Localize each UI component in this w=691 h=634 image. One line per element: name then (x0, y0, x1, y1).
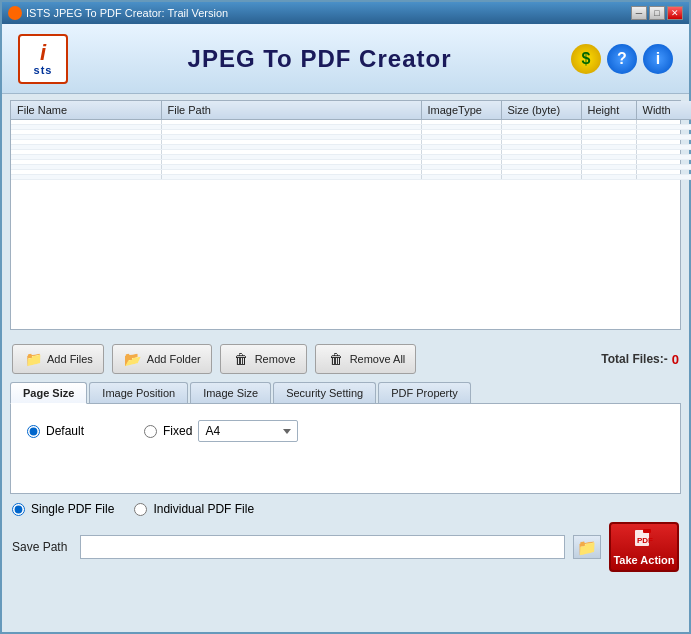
remove-all-icon: 🗑 (326, 349, 346, 369)
app-title: JPEG To PDF Creator (188, 45, 452, 73)
total-files-count: 0 (672, 352, 679, 367)
toolbar: 📁 Add Files 📂 Add Folder 🗑 Remove 🗑 Remo… (2, 336, 689, 382)
minimize-button[interactable]: ─ (631, 6, 647, 20)
fixed-radio-item: Fixed A4 A3 Letter Legal (144, 420, 298, 442)
add-files-icon: 📁 (23, 349, 43, 369)
fixed-radio[interactable] (144, 425, 157, 438)
tab-content-page-size: Default Fixed A4 A3 Letter Legal (10, 404, 681, 494)
file-table: File Name File Path ImageType Size (byte… (11, 101, 691, 180)
remove-all-button[interactable]: 🗑 Remove All (315, 344, 417, 374)
individual-pdf-radio-item: Individual PDF File (134, 502, 254, 516)
logo-i: i (40, 42, 46, 64)
total-files-area: Total Files:- 0 (601, 352, 679, 367)
tab-security-setting[interactable]: Security Setting (273, 382, 376, 403)
remove-icon: 🗑 (231, 349, 251, 369)
logo-area: i sts (18, 34, 68, 84)
tab-pdf-property[interactable]: PDF Property (378, 382, 471, 403)
individual-pdf-label: Individual PDF File (153, 502, 254, 516)
save-path-label: Save Path (12, 540, 72, 554)
single-pdf-label: Single PDF File (31, 502, 114, 516)
app-header: i sts JPEG To PDF Creator $ ? i (2, 24, 689, 94)
col-header-filepath: File Path (161, 101, 421, 120)
remove-all-label: Remove All (350, 353, 406, 365)
remove-button[interactable]: 🗑 Remove (220, 344, 307, 374)
restore-button[interactable]: □ (649, 6, 665, 20)
tabs-container: Page Size Image Position Image Size Secu… (2, 382, 689, 494)
take-action-area: PDF Take Action (609, 522, 679, 572)
take-action-label: Take Action (613, 554, 674, 566)
svg-text:PDF: PDF (637, 536, 653, 545)
help-icon-button[interactable]: ? (607, 44, 637, 74)
window-controls: ─ □ ✕ (631, 6, 683, 20)
save-row: Save Path 📁 PDF Take Action (12, 522, 679, 572)
tab-page-size[interactable]: Page Size (10, 382, 87, 404)
header-icons: $ ? i (571, 44, 673, 74)
save-path-input[interactable] (80, 535, 565, 559)
main-window: ISTS JPEG To PDF Creator: Trail Version … (0, 0, 691, 634)
add-files-label: Add Files (47, 353, 93, 365)
individual-pdf-radio[interactable] (134, 503, 147, 516)
default-radio[interactable] (27, 425, 40, 438)
logo-sts: sts (34, 64, 53, 76)
take-action-icon: PDF (633, 529, 655, 552)
title-bar-left: ISTS JPEG To PDF Creator: Trail Version (8, 6, 228, 20)
page-size-radio-row: Default Fixed A4 A3 Letter Legal (27, 420, 664, 442)
col-header-width: Width (636, 101, 691, 120)
dollar-icon-button[interactable]: $ (571, 44, 601, 74)
tab-image-size[interactable]: Image Size (190, 382, 271, 403)
app-icon (8, 6, 22, 20)
bottom-area: Single PDF File Individual PDF File Save… (2, 494, 689, 580)
fixed-radio-label: Fixed (163, 424, 192, 438)
close-button[interactable]: ✕ (667, 6, 683, 20)
table-row (11, 175, 691, 180)
col-header-filename: File Name (11, 101, 161, 120)
single-pdf-radio[interactable] (12, 503, 25, 516)
logo-box: i sts (18, 34, 68, 84)
file-table-container: File Name File Path ImageType Size (byte… (10, 100, 681, 330)
window-title: ISTS JPEG To PDF Creator: Trail Version (26, 7, 228, 19)
add-files-button[interactable]: 📁 Add Files (12, 344, 104, 374)
output-type-row: Single PDF File Individual PDF File (12, 502, 679, 516)
take-action-button[interactable]: PDF Take Action (609, 522, 679, 572)
add-folder-label: Add Folder (147, 353, 201, 365)
remove-label: Remove (255, 353, 296, 365)
tab-bar: Page Size Image Position Image Size Secu… (10, 382, 681, 404)
add-folder-button[interactable]: 📂 Add Folder (112, 344, 212, 374)
col-header-height: Height (581, 101, 636, 120)
info-icon-button[interactable]: i (643, 44, 673, 74)
browse-button[interactable]: 📁 (573, 535, 601, 559)
title-bar: ISTS JPEG To PDF Creator: Trail Version … (2, 2, 689, 24)
svg-rect-1 (643, 529, 651, 533)
default-radio-label: Default (46, 424, 84, 438)
add-folder-icon: 📂 (123, 349, 143, 369)
default-radio-item: Default (27, 424, 84, 438)
tab-image-position[interactable]: Image Position (89, 382, 188, 403)
col-header-imagetype: ImageType (421, 101, 501, 120)
single-pdf-radio-item: Single PDF File (12, 502, 114, 516)
col-header-size: Size (byte) (501, 101, 581, 120)
total-files-label: Total Files:- (601, 352, 667, 366)
browse-icon: 📁 (577, 538, 597, 557)
paper-size-select[interactable]: A4 A3 Letter Legal (198, 420, 298, 442)
